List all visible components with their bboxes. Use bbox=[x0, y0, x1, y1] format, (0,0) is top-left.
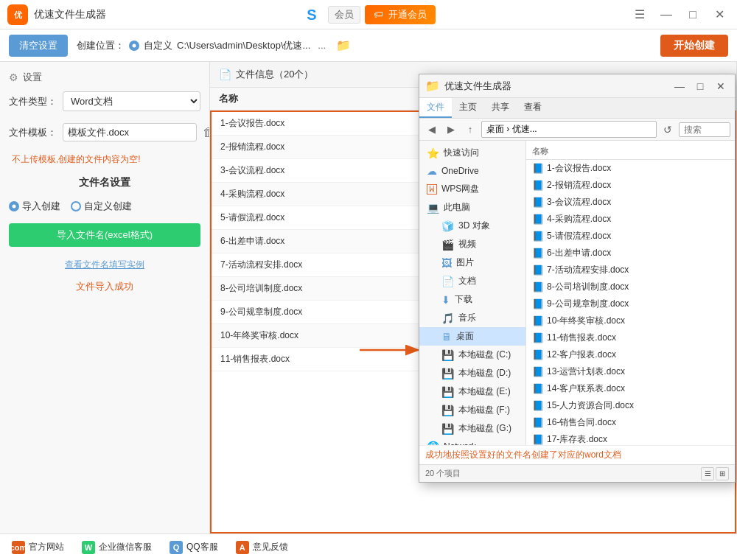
file-list-item[interactable]: 📘3-会议流程.docx bbox=[526, 194, 735, 211]
music-icon: 🎵 bbox=[441, 312, 454, 324]
nav-forward[interactable]: ▶ bbox=[443, 122, 459, 138]
file-list-item[interactable]: 📘9-公司规章制度.docx bbox=[526, 295, 735, 312]
folder-button[interactable]: 📁 bbox=[333, 35, 354, 56]
nav-path-bar[interactable]: 桌面 › 优速... bbox=[481, 121, 657, 138]
file-list-item[interactable]: 📘4-采购流程.docx bbox=[526, 211, 735, 228]
sidebar-label: 本地磁盘 (G:) bbox=[458, 422, 511, 435]
sidebar-label: 此电脑 bbox=[444, 201, 470, 214]
file-type-row: 文件类型： Word文档 bbox=[9, 91, 200, 111]
sidebar-item-[interactable]: 📄文档 bbox=[419, 272, 525, 290]
ribbon-tab-查看[interactable]: 查看 bbox=[517, 98, 549, 118]
warning-text: 不上传模板,创建的文件内容为空! bbox=[12, 153, 200, 166]
vip-icon: 🏷 bbox=[374, 9, 383, 20]
file-list-item[interactable]: 📘1-会议报告.docx bbox=[526, 160, 735, 177]
file-item-name: 6-出差申请.docx bbox=[547, 247, 611, 259]
example-link[interactable]: 查看文件名填写实例 bbox=[9, 259, 200, 271]
explorer-close[interactable]: ✕ bbox=[713, 78, 729, 94]
sidebar-item-3d[interactable]: 🧊3D 对象 bbox=[419, 217, 525, 235]
file-list-item[interactable]: 📘13-运营计划表.docx bbox=[526, 363, 735, 380]
sidebar-item-onedrive[interactable]: ☁OneDrive bbox=[419, 162, 525, 180]
view-details[interactable]: ☰ bbox=[701, 467, 714, 480]
minimize-button[interactable]: — bbox=[656, 4, 677, 25]
explorer-title-icon: 📁 bbox=[425, 79, 440, 93]
sidebar-label: 快速访问 bbox=[444, 147, 479, 159]
cube-icon: 🧊 bbox=[441, 220, 454, 232]
location-radio[interactable] bbox=[129, 41, 139, 51]
file-list-item[interactable]: 📘7-活动流程安排.docx bbox=[526, 262, 735, 279]
nav-search-input[interactable] bbox=[679, 122, 730, 137]
path-more[interactable]: ... bbox=[315, 38, 329, 52]
file-type-select[interactable]: Word文档 bbox=[63, 91, 200, 111]
sidebar-item-[interactable]: 🎵音乐 bbox=[419, 309, 525, 327]
hui-button[interactable]: 会员 bbox=[328, 6, 360, 24]
nav-refresh[interactable]: ↺ bbox=[660, 122, 676, 138]
bottom-item-label: QQ客服 bbox=[186, 541, 218, 553]
vip-button[interactable]: 🏷 开通会员 bbox=[365, 5, 436, 24]
ribbon-tab-共享[interactable]: 共享 bbox=[484, 98, 517, 118]
bottom-item-[interactable]: A意见反馈 bbox=[236, 541, 288, 554]
file-list-item[interactable]: 📘16-销售合同.docx bbox=[526, 414, 735, 431]
file-list-item[interactable]: 📘11-销售报表.docx bbox=[526, 329, 735, 346]
create-mode-group: 导入创建 自定义创建 bbox=[9, 200, 200, 213]
file-list-item[interactable]: 📘2-报销流程.docx bbox=[526, 177, 735, 194]
sidebar-item-wps[interactable]: 🅆WPS网盘 bbox=[419, 180, 525, 198]
bottom-item-[interactable]: W企业微信客服 bbox=[82, 541, 152, 554]
toolbar: 清空设置 创建位置： 自定义 C:\Users\admin\Desktop\优速… bbox=[0, 29, 737, 62]
ribbon-tab-主页[interactable]: 主页 bbox=[452, 98, 484, 118]
file-list-item[interactable]: 📘17-库存表.docx bbox=[526, 431, 735, 445]
trash-icon[interactable]: 🗑 bbox=[203, 126, 210, 139]
sidebar-item-[interactable]: 💻此电脑 bbox=[419, 198, 525, 217]
word-file-icon: 📘 bbox=[532, 214, 544, 225]
ribbon-tab-文件[interactable]: 文件 bbox=[419, 98, 452, 118]
sidebar-label: 视频 bbox=[458, 238, 476, 251]
word-file-icon: 📘 bbox=[532, 281, 544, 293]
sidebar-item-c[interactable]: 💾本地磁盘 (C:) bbox=[419, 346, 525, 364]
clear-button[interactable]: 清空设置 bbox=[9, 35, 68, 57]
title-center: S 会员 🏷 开通会员 bbox=[112, 3, 624, 27]
word-file-icon: 📘 bbox=[532, 163, 544, 174]
close-button[interactable]: ✕ bbox=[709, 4, 730, 25]
explorer-nav: ◀ ▶ ↑ 桌面 › 优速... ↺ bbox=[419, 119, 735, 141]
sidebar-item-[interactable]: 🎬视频 bbox=[419, 235, 525, 253]
file-list-item[interactable]: 📘5-请假流程.docx bbox=[526, 228, 735, 245]
sidebar-item-network[interactable]: 🌐Network bbox=[419, 438, 525, 445]
bottom-item-label: 官方网站 bbox=[29, 541, 64, 553]
explorer-maximize[interactable]: □ bbox=[692, 78, 708, 94]
file-list-item[interactable]: 📘6-出差申请.docx bbox=[526, 245, 735, 262]
file-list-item[interactable]: 📘12-客户报表.docx bbox=[526, 346, 735, 363]
sidebar-item-[interactable]: ⭐快速访问 bbox=[419, 144, 525, 162]
file-item-name: 7-活动流程安排.docx bbox=[547, 264, 629, 276]
sidebar-item-d[interactable]: 💾本地磁盘 (D:) bbox=[419, 364, 525, 382]
bottom-item-qq[interactable]: QQQ客服 bbox=[170, 541, 218, 554]
sidebar-label: 本地磁盘 (D:) bbox=[458, 367, 511, 379]
import-radio[interactable]: 导入创建 bbox=[9, 200, 60, 213]
explorer-minimize[interactable]: — bbox=[671, 78, 688, 94]
menu-button[interactable]: ☰ bbox=[629, 4, 650, 25]
sidebar-label: 图片 bbox=[456, 256, 474, 269]
file-list-item[interactable]: 📘14-客户联系表.docx bbox=[526, 380, 735, 397]
view-tiles[interactable]: ⊞ bbox=[716, 467, 729, 480]
word-file-icon: 📘 bbox=[532, 349, 544, 360]
file-list-item[interactable]: 📘15-人力资源合同.docx bbox=[526, 397, 735, 414]
explorer-window: 📁 优速文件生成器 — □ ✕ 文件主页共享查看 ◀ ▶ ↑ 桌面 › 优速..… bbox=[419, 74, 736, 483]
sidebar-item-g[interactable]: 💾本地磁盘 (G:) bbox=[419, 419, 525, 438]
sidebar-item-[interactable]: 🖥桌面 bbox=[419, 327, 525, 346]
nav-back[interactable]: ◀ bbox=[424, 122, 440, 138]
app-title: 优速文件生成器 bbox=[34, 8, 106, 21]
sidebar-item-[interactable]: 🖼图片 bbox=[419, 253, 525, 272]
file-list-item[interactable]: 📘10-年终奖审核.docx bbox=[526, 312, 735, 329]
explorer-sidebar: ⭐快速访问☁OneDrive🅆WPS网盘💻此电脑🧊3D 对象🎬视频🖼图片📄文档⬇… bbox=[419, 141, 526, 445]
sidebar-item-f[interactable]: 💾本地磁盘 (F:) bbox=[419, 401, 525, 419]
file-template-input[interactable] bbox=[63, 123, 197, 141]
location-label: 创建位置： bbox=[77, 39, 125, 52]
nav-up[interactable]: ↑ bbox=[462, 122, 478, 138]
word-file-icon: 📘 bbox=[532, 180, 544, 191]
file-list-item[interactable]: 📘8-公司培训制度.docx bbox=[526, 279, 735, 295]
sidebar-item-[interactable]: ⬇下载 bbox=[419, 290, 525, 309]
import-button[interactable]: 导入文件名(excel格式) bbox=[9, 223, 200, 247]
custom-radio[interactable]: 自定义创建 bbox=[71, 200, 132, 213]
sidebar-item-e[interactable]: 💾本地磁盘 (E:) bbox=[419, 382, 525, 401]
maximize-button[interactable]: □ bbox=[682, 4, 703, 25]
start-button[interactable]: 开始创建 bbox=[660, 35, 728, 57]
bottom-item-[interactable]: com官方网站 bbox=[12, 541, 64, 554]
